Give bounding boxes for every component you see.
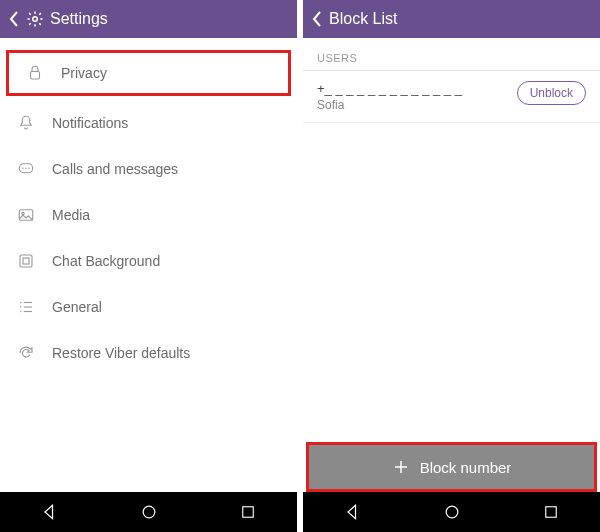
svg-rect-17 bbox=[243, 507, 254, 518]
nav-recent-icon[interactable] bbox=[239, 503, 257, 521]
menu-item-general[interactable]: General bbox=[0, 284, 297, 330]
background-icon bbox=[16, 251, 36, 271]
svg-point-11 bbox=[20, 306, 22, 308]
menu-item-background[interactable]: Chat Background bbox=[0, 238, 297, 284]
block-number-button[interactable]: Block number bbox=[309, 445, 594, 489]
android-navbar bbox=[0, 492, 297, 532]
users-section-header: USERS bbox=[303, 38, 600, 71]
menu-item-privacy[interactable]: Privacy bbox=[6, 50, 291, 96]
blocklist-content: USERS +_ _ _ _ _ _ _ _ _ _ _ _ _ Sofia U… bbox=[303, 38, 600, 442]
blocklist-title: Block List bbox=[329, 10, 397, 28]
blocklist-header: Block List bbox=[303, 0, 600, 38]
unblock-button[interactable]: Unblock bbox=[517, 81, 586, 105]
nav-home-icon[interactable] bbox=[139, 502, 159, 522]
menu-label: Chat Background bbox=[52, 253, 160, 269]
user-number: +_ _ _ _ _ _ _ _ _ _ _ _ _ bbox=[317, 81, 517, 96]
nav-home-icon[interactable] bbox=[442, 502, 462, 522]
nav-back-icon[interactable] bbox=[40, 502, 60, 522]
nav-back-icon[interactable] bbox=[343, 502, 363, 522]
svg-point-10 bbox=[20, 302, 22, 304]
svg-point-3 bbox=[22, 168, 24, 170]
bell-icon bbox=[16, 113, 36, 133]
back-icon[interactable] bbox=[8, 10, 20, 28]
image-icon bbox=[16, 205, 36, 225]
settings-header: Settings bbox=[0, 0, 297, 38]
refresh-icon bbox=[16, 343, 36, 363]
svg-point-4 bbox=[25, 168, 27, 170]
menu-item-calls[interactable]: Calls and messages bbox=[0, 146, 297, 192]
settings-title: Settings bbox=[50, 10, 108, 28]
user-name: Sofia bbox=[317, 98, 517, 112]
svg-point-5 bbox=[28, 168, 30, 170]
svg-point-12 bbox=[20, 311, 22, 313]
menu-label: General bbox=[52, 299, 102, 315]
settings-screen: Settings Privacy Notifications Calls and bbox=[0, 0, 297, 532]
menu-item-restore[interactable]: Restore Viber defaults bbox=[0, 330, 297, 376]
gear-icon bbox=[26, 10, 44, 28]
svg-point-20 bbox=[447, 506, 459, 518]
plus-icon bbox=[392, 458, 410, 476]
user-info: +_ _ _ _ _ _ _ _ _ _ _ _ _ Sofia bbox=[317, 81, 517, 112]
back-icon[interactable] bbox=[311, 10, 323, 28]
list-icon bbox=[16, 297, 36, 317]
settings-menu: Privacy Notifications Calls and messages… bbox=[0, 38, 297, 376]
blocked-user-row[interactable]: +_ _ _ _ _ _ _ _ _ _ _ _ _ Sofia Unblock bbox=[303, 71, 600, 123]
menu-label: Restore Viber defaults bbox=[52, 345, 190, 361]
menu-label: Privacy bbox=[61, 65, 107, 81]
svg-rect-21 bbox=[546, 507, 557, 518]
svg-point-0 bbox=[33, 17, 38, 22]
svg-rect-8 bbox=[20, 255, 32, 267]
svg-rect-1 bbox=[31, 72, 40, 80]
android-navbar bbox=[303, 492, 600, 532]
menu-label: Media bbox=[52, 207, 90, 223]
menu-item-media[interactable]: Media bbox=[0, 192, 297, 238]
block-number-label: Block number bbox=[420, 459, 512, 476]
menu-label: Notifications bbox=[52, 115, 128, 131]
menu-label: Calls and messages bbox=[52, 161, 178, 177]
block-number-highlight: Block number bbox=[306, 442, 597, 492]
menu-item-notifications[interactable]: Notifications bbox=[0, 100, 297, 146]
nav-recent-icon[interactable] bbox=[542, 503, 560, 521]
svg-rect-9 bbox=[23, 258, 29, 264]
chat-icon bbox=[16, 159, 36, 179]
lock-icon bbox=[25, 63, 45, 83]
blocklist-screen: Block List USERS +_ _ _ _ _ _ _ _ _ _ _ … bbox=[303, 0, 600, 532]
svg-point-16 bbox=[144, 506, 156, 518]
settings-content: Privacy Notifications Calls and messages… bbox=[0, 38, 297, 492]
